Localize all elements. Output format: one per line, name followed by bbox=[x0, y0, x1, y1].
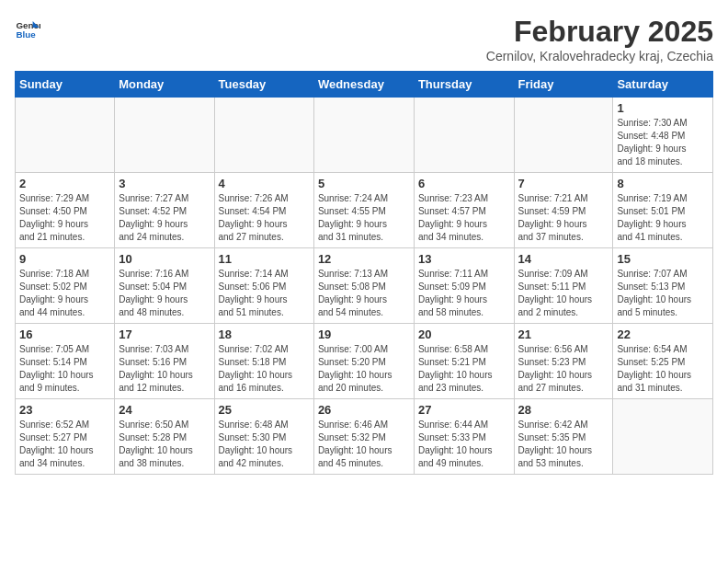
calendar-cell: 16Sunrise: 7:05 AM Sunset: 5:14 PM Dayli… bbox=[16, 324, 115, 399]
day-number: 18 bbox=[219, 327, 310, 341]
calendar-cell: 25Sunrise: 6:48 AM Sunset: 5:30 PM Dayli… bbox=[214, 399, 313, 475]
day-info: Sunrise: 7:11 AM Sunset: 5:09 PM Dayligh… bbox=[418, 268, 510, 319]
calendar-cell bbox=[214, 98, 313, 173]
calendar-cell: 7Sunrise: 7:21 AM Sunset: 4:59 PM Daylig… bbox=[514, 173, 613, 248]
calendar-cell bbox=[313, 98, 414, 173]
day-number: 22 bbox=[617, 327, 709, 341]
day-number: 14 bbox=[518, 252, 609, 266]
week-row-2: 2Sunrise: 7:29 AM Sunset: 4:50 PM Daylig… bbox=[16, 173, 713, 248]
day-number: 1 bbox=[617, 101, 709, 115]
calendar-cell: 12Sunrise: 7:13 AM Sunset: 5:08 PM Dayli… bbox=[313, 248, 414, 324]
day-number: 10 bbox=[119, 252, 210, 266]
day-info: Sunrise: 7:07 AM Sunset: 5:13 PM Dayligh… bbox=[617, 268, 709, 319]
day-info: Sunrise: 7:00 AM Sunset: 5:20 PM Dayligh… bbox=[318, 343, 410, 395]
weekday-header-saturday: Saturday bbox=[613, 72, 713, 98]
calendar-cell: 8Sunrise: 7:19 AM Sunset: 5:01 PM Daylig… bbox=[613, 173, 713, 248]
location: Cernilov, Kralovehradecky kraj, Czechia bbox=[486, 49, 713, 63]
day-info: Sunrise: 7:13 AM Sunset: 5:08 PM Dayligh… bbox=[318, 268, 410, 319]
calendar-cell: 15Sunrise: 7:07 AM Sunset: 5:13 PM Dayli… bbox=[613, 248, 713, 324]
day-number: 11 bbox=[219, 252, 310, 266]
day-number: 2 bbox=[19, 177, 110, 190]
day-info: Sunrise: 7:29 AM Sunset: 4:50 PM Dayligh… bbox=[19, 192, 110, 244]
day-number: 4 bbox=[219, 177, 310, 190]
day-info: Sunrise: 6:50 AM Sunset: 5:28 PM Dayligh… bbox=[119, 419, 210, 470]
day-info: Sunrise: 7:19 AM Sunset: 5:01 PM Dayligh… bbox=[617, 192, 709, 244]
week-row-1: 1Sunrise: 7:30 AM Sunset: 4:48 PM Daylig… bbox=[16, 98, 713, 173]
calendar-cell: 26Sunrise: 6:46 AM Sunset: 5:32 PM Dayli… bbox=[313, 399, 414, 475]
day-number: 26 bbox=[318, 403, 410, 417]
calendar-cell: 20Sunrise: 6:58 AM Sunset: 5:21 PM Dayli… bbox=[414, 324, 514, 399]
logo: General Blue bbox=[15, 15, 40, 40]
day-info: Sunrise: 6:46 AM Sunset: 5:32 PM Dayligh… bbox=[318, 419, 410, 470]
calendar-cell: 28Sunrise: 6:42 AM Sunset: 5:35 PM Dayli… bbox=[514, 399, 613, 475]
week-row-4: 16Sunrise: 7:05 AM Sunset: 5:14 PM Dayli… bbox=[16, 324, 713, 399]
day-info: Sunrise: 7:21 AM Sunset: 4:59 PM Dayligh… bbox=[518, 192, 609, 244]
calendar-cell: 13Sunrise: 7:11 AM Sunset: 5:09 PM Dayli… bbox=[414, 248, 514, 324]
day-info: Sunrise: 6:48 AM Sunset: 5:30 PM Dayligh… bbox=[219, 419, 310, 470]
calendar-cell: 6Sunrise: 7:23 AM Sunset: 4:57 PM Daylig… bbox=[414, 173, 514, 248]
week-row-3: 9Sunrise: 7:18 AM Sunset: 5:02 PM Daylig… bbox=[16, 248, 713, 324]
day-number: 3 bbox=[119, 177, 210, 190]
weekday-header-tuesday: Tuesday bbox=[214, 72, 313, 98]
calendar-cell bbox=[514, 98, 613, 173]
day-number: 27 bbox=[418, 403, 510, 417]
calendar-cell: 19Sunrise: 7:00 AM Sunset: 5:20 PM Dayli… bbox=[313, 324, 414, 399]
day-info: Sunrise: 7:26 AM Sunset: 4:54 PM Dayligh… bbox=[219, 192, 310, 244]
calendar-cell: 4Sunrise: 7:26 AM Sunset: 4:54 PM Daylig… bbox=[214, 173, 313, 248]
day-info: Sunrise: 6:42 AM Sunset: 5:35 PM Dayligh… bbox=[518, 419, 609, 470]
calendar-cell: 17Sunrise: 7:03 AM Sunset: 5:16 PM Dayli… bbox=[115, 324, 214, 399]
calendar-cell: 18Sunrise: 7:02 AM Sunset: 5:18 PM Dayli… bbox=[214, 324, 313, 399]
day-number: 6 bbox=[418, 177, 510, 190]
day-number: 16 bbox=[19, 327, 110, 341]
day-number: 21 bbox=[518, 327, 609, 341]
weekday-header-sunday: Sunday bbox=[16, 72, 115, 98]
weekday-header-friday: Friday bbox=[514, 72, 613, 98]
calendar-cell: 1Sunrise: 7:30 AM Sunset: 4:48 PM Daylig… bbox=[613, 98, 713, 173]
logo-icon: General Blue bbox=[15, 15, 40, 40]
day-number: 5 bbox=[318, 177, 410, 190]
day-number: 24 bbox=[119, 403, 210, 417]
calendar-cell: 3Sunrise: 7:27 AM Sunset: 4:52 PM Daylig… bbox=[115, 173, 214, 248]
calendar-cell: 21Sunrise: 6:56 AM Sunset: 5:23 PM Dayli… bbox=[514, 324, 613, 399]
day-number: 19 bbox=[318, 327, 410, 341]
calendar-cell: 11Sunrise: 7:14 AM Sunset: 5:06 PM Dayli… bbox=[214, 248, 313, 324]
calendar-cell: 14Sunrise: 7:09 AM Sunset: 5:11 PM Dayli… bbox=[514, 248, 613, 324]
day-info: Sunrise: 6:52 AM Sunset: 5:27 PM Dayligh… bbox=[19, 419, 110, 470]
calendar-cell: 5Sunrise: 7:24 AM Sunset: 4:55 PM Daylig… bbox=[313, 173, 414, 248]
day-info: Sunrise: 7:23 AM Sunset: 4:57 PM Dayligh… bbox=[418, 192, 510, 244]
day-info: Sunrise: 6:54 AM Sunset: 5:25 PM Dayligh… bbox=[617, 343, 709, 395]
day-info: Sunrise: 7:05 AM Sunset: 5:14 PM Dayligh… bbox=[19, 343, 110, 395]
day-number: 15 bbox=[617, 252, 709, 266]
calendar: SundayMondayTuesdayWednesdayThursdayFrid… bbox=[15, 71, 713, 475]
calendar-cell: 27Sunrise: 6:44 AM Sunset: 5:33 PM Dayli… bbox=[414, 399, 514, 475]
calendar-cell: 10Sunrise: 7:16 AM Sunset: 5:04 PM Dayli… bbox=[115, 248, 214, 324]
day-info: Sunrise: 7:27 AM Sunset: 4:52 PM Dayligh… bbox=[119, 192, 210, 244]
day-info: Sunrise: 7:09 AM Sunset: 5:11 PM Dayligh… bbox=[518, 268, 609, 319]
day-info: Sunrise: 6:44 AM Sunset: 5:33 PM Dayligh… bbox=[418, 419, 510, 470]
calendar-cell: 24Sunrise: 6:50 AM Sunset: 5:28 PM Dayli… bbox=[115, 399, 214, 475]
header: General Blue February 2025 Cernilov, Kra… bbox=[15, 15, 713, 63]
day-info: Sunrise: 6:56 AM Sunset: 5:23 PM Dayligh… bbox=[518, 343, 609, 395]
svg-text:Blue: Blue bbox=[16, 29, 36, 40]
calendar-cell: 9Sunrise: 7:18 AM Sunset: 5:02 PM Daylig… bbox=[16, 248, 115, 324]
calendar-cell bbox=[16, 98, 115, 173]
calendar-cell bbox=[115, 98, 214, 173]
day-info: Sunrise: 7:03 AM Sunset: 5:16 PM Dayligh… bbox=[119, 343, 210, 395]
day-number: 20 bbox=[418, 327, 510, 341]
day-info: Sunrise: 7:18 AM Sunset: 5:02 PM Dayligh… bbox=[19, 268, 110, 319]
day-number: 9 bbox=[19, 252, 110, 266]
day-number: 8 bbox=[617, 177, 709, 190]
day-number: 13 bbox=[418, 252, 510, 266]
week-row-5: 23Sunrise: 6:52 AM Sunset: 5:27 PM Dayli… bbox=[16, 399, 713, 475]
title-area: February 2025 Cernilov, Kralovehradecky … bbox=[486, 15, 713, 63]
calendar-cell: 23Sunrise: 6:52 AM Sunset: 5:27 PM Dayli… bbox=[16, 399, 115, 475]
day-info: Sunrise: 7:16 AM Sunset: 5:04 PM Dayligh… bbox=[119, 268, 210, 319]
day-number: 7 bbox=[518, 177, 609, 190]
day-info: Sunrise: 6:58 AM Sunset: 5:21 PM Dayligh… bbox=[418, 343, 510, 395]
day-info: Sunrise: 7:02 AM Sunset: 5:18 PM Dayligh… bbox=[219, 343, 310, 395]
weekday-header-wednesday: Wednesday bbox=[313, 72, 414, 98]
calendar-cell bbox=[613, 399, 713, 475]
day-info: Sunrise: 7:30 AM Sunset: 4:48 PM Dayligh… bbox=[617, 117, 709, 168]
day-number: 17 bbox=[119, 327, 210, 341]
weekday-header-row: SundayMondayTuesdayWednesdayThursdayFrid… bbox=[16, 72, 713, 98]
